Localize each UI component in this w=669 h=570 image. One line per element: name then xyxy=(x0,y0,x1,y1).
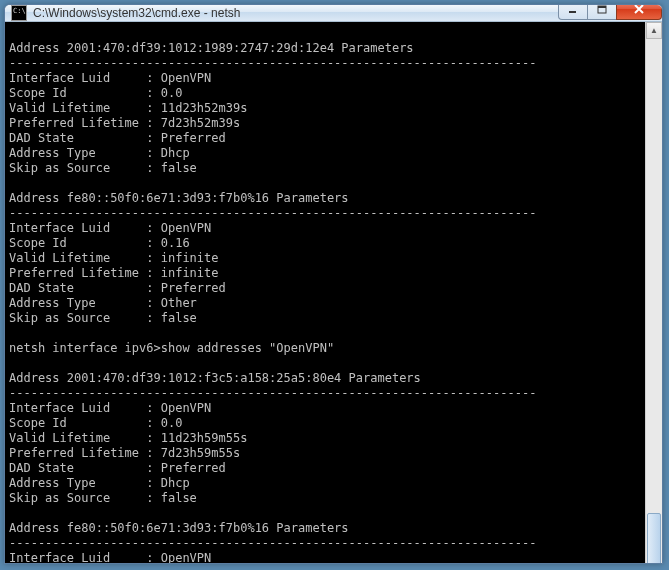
maximize-button[interactable] xyxy=(587,4,617,20)
scroll-track[interactable] xyxy=(646,39,662,564)
app-icon xyxy=(11,5,27,21)
client-area: Address 2001:470:df39:1012:1989:2747:29d… xyxy=(5,22,662,564)
window-title: C:\Windows\system32\cmd.exe - netsh xyxy=(33,6,559,20)
vertical-scrollbar[interactable]: ▲ ▼ xyxy=(645,22,662,564)
cmd-window: C:\Windows\system32\cmd.exe - netsh Addr… xyxy=(4,4,663,564)
scroll-thumb[interactable] xyxy=(647,513,661,564)
scroll-up-button[interactable]: ▲ xyxy=(646,22,662,39)
svg-rect-2 xyxy=(598,6,606,8)
window-buttons xyxy=(559,4,662,20)
titlebar[interactable]: C:\Windows\system32\cmd.exe - netsh xyxy=(5,5,662,22)
minimize-button[interactable] xyxy=(558,4,588,20)
close-button[interactable] xyxy=(616,4,662,20)
svg-rect-0 xyxy=(569,11,576,13)
terminal-output[interactable]: Address 2001:470:df39:1012:1989:2747:29d… xyxy=(5,22,645,564)
